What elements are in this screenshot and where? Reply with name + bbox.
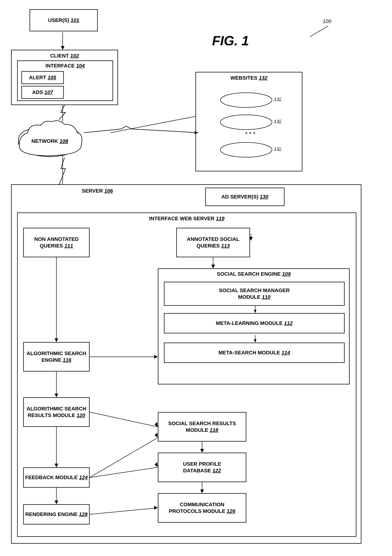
alert-box: ALERT 105: [21, 71, 64, 84]
svg-marker-56: [154, 355, 158, 359]
svg-line-65: [90, 438, 157, 478]
social-search-manager-label: SOCIAL SEARCH MANAGER MODULE 110: [219, 287, 290, 301]
feedback-module-label: FEEDBACK MODULE 124: [25, 474, 88, 481]
interface-web-label: INTERFACE WEB SERVER 119: [149, 215, 225, 222]
users-box: USER(S) 101: [30, 9, 98, 31]
svg-line-63: [90, 412, 157, 427]
interface-client-box: INTERFACE 104 ALERT 105 ADS 107: [17, 61, 113, 101]
ads-box: ADS 107: [21, 86, 64, 99]
svg-line-73: [90, 508, 157, 514]
meta-learning-box: META-LEARNING MODULE 112: [164, 313, 345, 333]
svg-line-67: [90, 467, 157, 478]
svg-line-0: [310, 26, 328, 37]
svg-marker-50: [254, 339, 257, 343]
social-search-manager-box: SOCIAL SEARCH MANAGER MODULE 110: [164, 282, 345, 306]
client-label: CLIENT 102: [50, 53, 79, 59]
websites-outer-box: WEBSITES 132 132A 132B * * * 132N: [196, 72, 302, 171]
svg-marker-2: [61, 46, 64, 50]
interface-client-label: INTERFACE 104: [45, 62, 85, 69]
svg-point-40: [220, 93, 272, 108]
non-annotated-box: NON ANNOTATED QUERIES 111: [23, 228, 90, 257]
comm-protocols-box: COMMUNICATION PROTOCOLS MODULE 126: [158, 493, 246, 523]
ads-label: ADS 107: [32, 89, 53, 96]
non-annotated-label: NON ANNOTATED QUERIES 111: [34, 236, 79, 249]
social-search-results-box: SOCIAL SEARCH RESULTS MODULE 118: [158, 412, 246, 441]
diagram: FIG. 1 100 USER(S) 101 CLIENT 102 INTERF…: [0, 0, 392, 556]
algorithmic-engine-label: ALGORITHMIC SEARCH ENGINE 116: [27, 350, 86, 363]
svg-line-5: [111, 114, 206, 133]
user-profile-label: USER PROFILE DATABASE 122: [183, 461, 221, 474]
svg-marker-60: [55, 464, 58, 467]
svg-marker-74: [154, 506, 158, 510]
server-label: SERVER 106: [82, 188, 113, 194]
svg-marker-62: [55, 501, 58, 504]
annotated-social-label: ANNOTATED SOCIAL QUERIES 113: [187, 236, 239, 249]
client-box: CLIENT 102 INTERFACE 104 ALERT 105 ADS 1…: [11, 50, 118, 105]
svg-text:132A: 132A: [274, 97, 281, 102]
lightning-bolt-1: [55, 105, 74, 120]
svg-text:NETWORK 108: NETWORK 108: [31, 138, 68, 144]
svg-text:132N: 132N: [274, 146, 281, 152]
svg-marker-52: [55, 338, 58, 342]
meta-search-label: META-SEARCH MODULE 114: [219, 349, 290, 356]
fig-title: FIG. 1: [212, 33, 249, 48]
network-cloud: NETWORK 108: [15, 118, 85, 158]
rendering-engine-label: RENDERING ENGINE 128: [25, 511, 88, 518]
social-search-engine-box: SOCIAL SEARCH ENGINE 109 SOCIAL SEARCH M…: [158, 268, 350, 384]
svg-marker-48: [254, 310, 257, 313]
svg-marker-54: [211, 265, 215, 268]
ref-100: 100: [323, 18, 331, 24]
svg-marker-64: [155, 422, 158, 427]
svg-marker-70: [200, 449, 204, 453]
algorithmic-results-label: ALGORITHMIC SEARCH RESULTS MODULE 120: [27, 405, 86, 419]
network-to-websites-line: [84, 125, 198, 140]
annotated-social-box: ANNOTATED SOCIAL QUERIES 113: [176, 228, 250, 257]
algorithmic-engine-box: ALGORITHMIC SEARCH ENGINE 116: [23, 342, 90, 371]
feedback-module-box: FEEDBACK MODULE 124: [23, 467, 90, 488]
svg-point-45: [220, 142, 272, 157]
svg-marker-72: [200, 489, 204, 493]
meta-learning-label: META-LEARNING MODULE 112: [216, 320, 293, 327]
algorithmic-results-box: ALGORITHMIC SEARCH RESULTS MODULE 120: [23, 397, 90, 427]
svg-text:132B: 132B: [274, 119, 281, 124]
users-label: USER(S) 101: [48, 17, 79, 23]
comm-protocols-label: COMMUNICATION PROTOCOLS MODULE 126: [169, 501, 235, 515]
social-search-engine-label: SOCIAL SEARCH ENGINE 109: [217, 271, 291, 277]
svg-point-42: [220, 115, 272, 130]
social-search-results-label: SOCIAL SEARCH RESULTS MODULE 118: [168, 420, 236, 434]
svg-marker-58: [55, 394, 58, 397]
svg-marker-68: [155, 462, 158, 467]
ad-server-box: AD SERVER(S) 130: [205, 188, 284, 206]
meta-search-box: META-SEARCH MODULE 114: [164, 343, 345, 363]
server-outer-box: SERVER 106 AD SERVER(S) 130 INTERFACE WE…: [11, 184, 361, 544]
user-profile-box: USER PROFILE DATABASE 122: [158, 453, 246, 482]
rendering-engine-box: RENDERING ENGINE 128: [23, 504, 90, 525]
alert-label: ALERT 105: [29, 74, 56, 81]
interface-web-box: INTERFACE WEB SERVER 119 NON ANNOTATED Q…: [17, 212, 356, 537]
websites-label: WEBSITES 132: [230, 75, 267, 81]
svg-text:* * *: * * *: [245, 131, 255, 137]
svg-marker-66: [155, 433, 158, 438]
ad-server-label: AD SERVER(S) 130: [221, 193, 268, 200]
lightning-bolt-2: [55, 158, 74, 185]
